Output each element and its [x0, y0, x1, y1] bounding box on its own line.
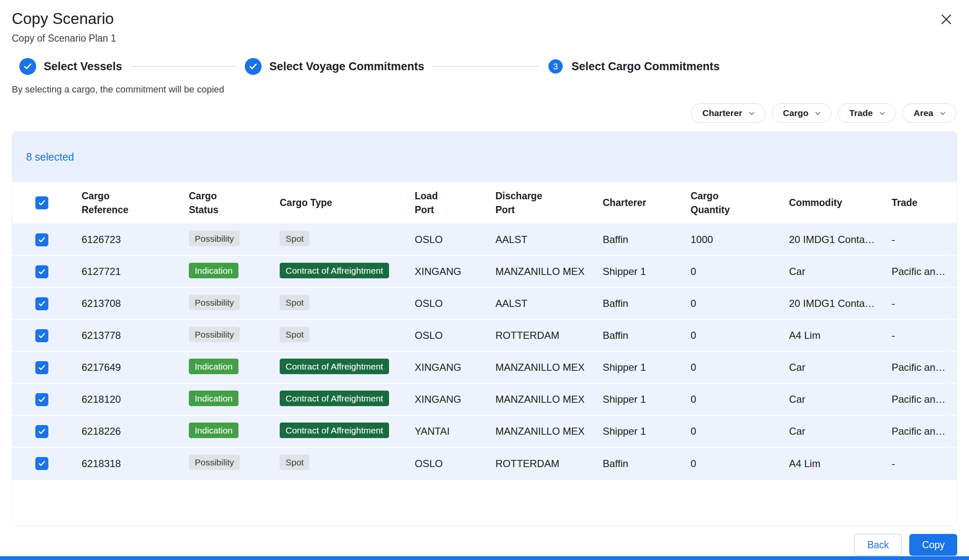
- cargo-commitments-table: 8 selected Cargo Reference Cargo Status …: [12, 131, 957, 526]
- discharge-port-cell: MANZANILLO MEX: [495, 362, 603, 373]
- trade-cell: -: [892, 234, 957, 246]
- chevron-down-icon: [814, 109, 822, 117]
- dialog-header: Copy Scenario Copy of Scenario Plan 1: [0, 0, 969, 44]
- cargo-reference-cell: 6213778: [82, 330, 189, 341]
- cargo-quantity-cell: 1000: [691, 234, 789, 246]
- filter-trade[interactable]: Trade: [838, 103, 896, 123]
- back-button[interactable]: Back: [854, 534, 902, 556]
- cargo-reference-cell: 6217649: [82, 362, 189, 373]
- load-port-cell: OSLO: [415, 458, 495, 470]
- commodity-cell: Car: [789, 362, 892, 373]
- row-checkbox[interactable]: [35, 233, 48, 246]
- dialog-footer: Back Copy: [0, 534, 957, 556]
- select-all-checkbox[interactable]: [35, 196, 48, 209]
- cargo-quantity-cell: 0: [691, 298, 789, 309]
- load-port-cell: OSLO: [415, 234, 495, 246]
- check-icon: [37, 198, 46, 207]
- check-icon: [37, 427, 46, 436]
- dialog-title: Copy Scenario: [12, 10, 954, 28]
- row-checkbox[interactable]: [35, 329, 48, 342]
- table-row[interactable]: 6126723 Possibility Spot OSLO AALST Baff…: [12, 224, 957, 256]
- charterer-cell: Baffin: [603, 234, 691, 246]
- chevron-down-icon: [878, 109, 886, 117]
- check-icon: [37, 395, 46, 404]
- step-connector: [433, 66, 539, 67]
- column-header-commodity: Commodity: [789, 196, 892, 209]
- table-row[interactable]: 6218318 Possibility Spot OSLO ROTTERDAM …: [12, 448, 957, 480]
- filter-charterer[interactable]: Charterer: [691, 103, 765, 123]
- step-label: Select Voyage Commitments: [269, 60, 424, 73]
- cargo-status-badge: Possibility: [189, 295, 240, 310]
- filter-cargo[interactable]: Cargo: [772, 103, 832, 123]
- discharge-port-cell: AALST: [495, 298, 603, 309]
- cargo-status-badge: Indication: [189, 263, 238, 278]
- stepper: Select Vessels Select Voyage Commitments…: [19, 58, 969, 75]
- step-select-cargo-commitments[interactable]: 3 Select Cargo Commitments: [547, 59, 720, 74]
- row-checkbox[interactable]: [35, 457, 48, 470]
- trade-cell: -: [892, 298, 957, 309]
- column-header-cargo-reference: Cargo Reference: [82, 189, 189, 216]
- discharge-port-cell: MANZANILLO MEX: [495, 394, 603, 405]
- commodity-cell: 20 IMDG1 Conta…: [789, 234, 892, 246]
- discharge-port-cell: AALST: [495, 234, 603, 246]
- column-header-discharge-port: Discharge Port: [495, 189, 603, 216]
- cargo-status-badge: Indication: [189, 359, 238, 374]
- cargo-type-badge: Contract of Affreightment: [280, 263, 389, 278]
- load-port-cell: OSLO: [415, 330, 495, 341]
- filter-label: Charterer: [702, 108, 742, 118]
- row-checkbox[interactable]: [35, 425, 48, 438]
- charterer-cell: Shipper 1: [603, 425, 691, 437]
- load-port-cell: XINGANG: [415, 266, 495, 277]
- check-icon: [37, 267, 46, 276]
- table-row[interactable]: 6217649 Indication Contract of Affreight…: [12, 352, 957, 384]
- discharge-port-cell: MANZANILLO MEX: [495, 425, 603, 437]
- filter-label: Area: [913, 108, 933, 118]
- table-row[interactable]: 6213708 Possibility Spot OSLO AALST Baff…: [12, 288, 957, 320]
- cargo-type-badge: Contract of Affreightment: [280, 391, 389, 406]
- column-header-charterer: Charterer: [603, 196, 691, 209]
- cargo-reference-cell: 6213708: [82, 298, 189, 309]
- load-port-cell: XINGANG: [415, 362, 495, 373]
- column-header-cargo-quantity: Cargo Quantity: [691, 189, 789, 216]
- step-complete-icon: [245, 58, 262, 75]
- cargo-reference-cell: 6218318: [82, 458, 189, 470]
- filter-label: Cargo: [783, 108, 809, 118]
- row-checkbox[interactable]: [35, 393, 48, 406]
- step-connector: [130, 66, 236, 67]
- table-row[interactable]: 6127721 Indication Contract of Affreight…: [12, 256, 957, 288]
- filter-label: Trade: [849, 108, 873, 118]
- cargo-quantity-cell: 0: [691, 266, 789, 277]
- step-select-vessels[interactable]: Select Vessels: [19, 58, 122, 75]
- row-checkbox[interactable]: [35, 265, 48, 278]
- helper-text: By selecting a cargo, the commitment wil…: [12, 84, 969, 95]
- chevron-down-icon: [939, 109, 947, 117]
- selected-count: 8 selected: [26, 151, 74, 163]
- step-select-voyage-commitments[interactable]: Select Voyage Commitments: [245, 58, 424, 75]
- commodity-cell: A4 Lim: [789, 330, 892, 341]
- close-button[interactable]: [936, 9, 956, 29]
- row-checkbox[interactable]: [35, 361, 48, 374]
- filter-area[interactable]: Area: [902, 103, 956, 123]
- cargo-type-badge: Contract of Affreightment: [280, 423, 389, 438]
- check-icon: [37, 299, 46, 308]
- cargo-status-badge: Possibility: [189, 231, 240, 246]
- cargo-status-badge: Indication: [189, 423, 238, 438]
- charterer-cell: Baffin: [603, 298, 691, 309]
- row-checkbox[interactable]: [35, 297, 48, 310]
- commodity-cell: Car: [789, 266, 892, 277]
- cargo-reference-cell: 6218120: [82, 394, 189, 405]
- table-row[interactable]: 6218226 Indication Contract of Affreight…: [12, 416, 957, 448]
- charterer-cell: Shipper 1: [603, 394, 691, 405]
- close-icon: [939, 12, 953, 26]
- table-header-row: Cargo Reference Cargo Status Cargo Type …: [12, 182, 957, 224]
- copy-button[interactable]: Copy: [909, 534, 957, 556]
- table-row[interactable]: 6218120 Indication Contract of Affreight…: [12, 384, 957, 416]
- check-icon: [37, 459, 46, 468]
- charterer-cell: Baffin: [603, 330, 691, 341]
- trade-cell: Pacific and So…: [892, 362, 957, 373]
- filter-bar: Charterer Cargo Trade Area: [0, 103, 956, 123]
- cargo-quantity-cell: 0: [691, 458, 789, 470]
- table-row[interactable]: 6213778 Possibility Spot OSLO ROTTERDAM …: [12, 320, 957, 352]
- cargo-status-badge: Indication: [189, 391, 238, 406]
- check-icon: [37, 331, 46, 340]
